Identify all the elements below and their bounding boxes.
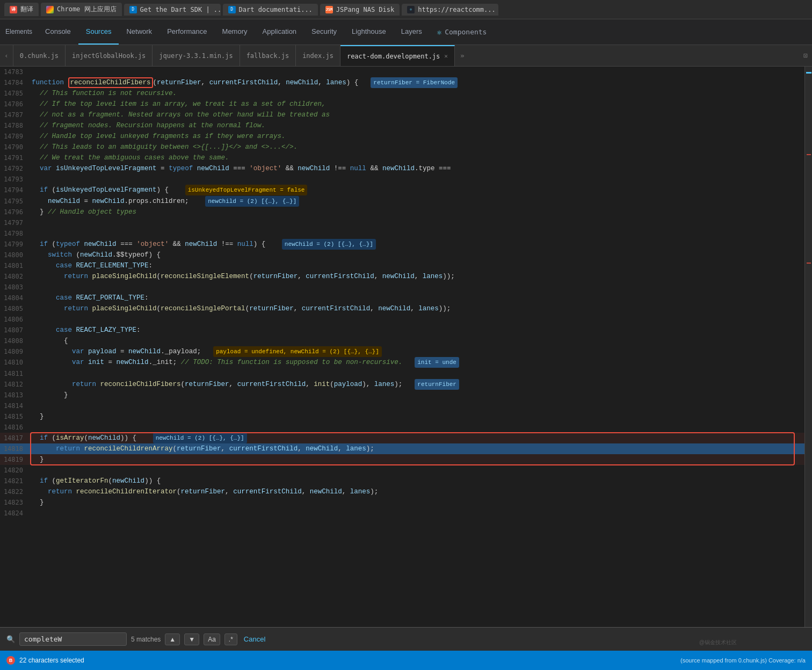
table-row: 14811 — [0, 368, 804, 379]
search-regex-button[interactable]: .* — [224, 633, 237, 645]
table-row: 14819 } — [0, 454, 804, 465]
table-row: 14792 var isUnkeyedTopLevelFragment = ty… — [0, 163, 804, 174]
table-row: 14789 // Handle top level unkeyed fragme… — [0, 131, 804, 142]
browser-tab-react-label: https://reactcomm... — [418, 6, 496, 13]
file-tab-reactdom[interactable]: react-dom.development.js ✕ — [340, 45, 455, 66]
tab-performance[interactable]: Performance — [160, 19, 214, 45]
table-row: 14823 } — [0, 497, 804, 508]
table-row: 14787 // not as a fragment. Nested array… — [0, 110, 804, 120]
search-case-sensitive-button[interactable]: Aa — [204, 633, 220, 645]
browser-tab-dart2[interactable]: D Dart documentati... — [223, 4, 318, 16]
search-bar: 🔍 5 matches ▲ ▼ Aa .* Cancel @锅金技术社区 — [0, 627, 812, 651]
code-lines: 14783 14784 function reconcileChildFiber… — [0, 67, 804, 519]
status-left: B 22 characters selected — [6, 656, 84, 665]
file-tab-chunk[interactable]: 0.chunk.js — [13, 45, 66, 66]
tab-components[interactable]: ⚛ Components — [430, 19, 495, 45]
devtools-nav: Elements Console Sources Network Perform… — [0, 19, 812, 45]
table-row: 14795 newChild = newChild.props.children… — [0, 196, 804, 207]
table-row: 14818 return reconcileChildrenArray(retu… — [0, 443, 804, 454]
file-tab-reactdom-label: react-dom.development.js — [347, 53, 440, 60]
search-match-count: 5 matches — [131, 636, 161, 643]
browser-tab-jsm-label: JSPang NAS Disk — [336, 6, 394, 13]
file-tabs-bar: ‹ 0.chunk.js injectGlobalHook.js jquery-… — [0, 45, 812, 67]
tab-security[interactable]: Security — [304, 19, 344, 45]
minimap-indicator — [807, 263, 811, 264]
table-row: 14790 // This leads to an ambiguity betw… — [0, 142, 804, 152]
code-main[interactable]: 14783 14784 function reconcileChildFiber… — [0, 67, 804, 627]
file-tab-close-icon[interactable]: ✕ — [444, 53, 448, 60]
file-tab-injectglobal[interactable]: injectGlobalHook.js — [66, 45, 153, 66]
table-row: 14784 function reconcileChildFibers(retu… — [0, 77, 804, 88]
table-row: 14824 — [0, 508, 804, 519]
browser-tab-chrome-label: Chrome 网上应用店 — [57, 5, 117, 14]
favicon-dart1: D — [129, 6, 137, 13]
table-row: 14814 — [0, 400, 804, 411]
tab-memory[interactable]: Memory — [215, 19, 255, 45]
file-tab-fallback-label: fallback.js — [247, 52, 289, 60]
search-bar-icon: 🔍 — [6, 635, 15, 643]
status-right: (source mapped from 0.chunk.js) Coverage… — [680, 657, 806, 664]
search-prev-button[interactable]: ▲ — [165, 633, 180, 645]
tab-components-label: Components — [445, 28, 487, 36]
table-row: 14804 case REACT_PORTAL_TYPE: — [0, 293, 804, 303]
table-row: 14813 } — [0, 390, 804, 400]
favicon-chrome — [46, 6, 54, 13]
file-tab-chunk-label: 0.chunk.js — [20, 52, 59, 60]
browser-tab-chrome[interactable]: Chrome 网上应用店 — [41, 3, 122, 16]
file-tab-jquery[interactable]: jquery-3.3.1.min.js — [153, 45, 240, 66]
file-tab-index[interactable]: index.js — [296, 45, 340, 66]
table-row: 14815 } — [0, 411, 804, 422]
tab-layers[interactable]: Layers — [394, 19, 430, 45]
status-selected-text: 22 characters selected — [19, 657, 84, 664]
favicon-cn: 译 — [10, 6, 17, 13]
file-tab-fallback[interactable]: fallback.js — [240, 45, 296, 66]
tab-console[interactable]: Console — [38, 19, 78, 45]
table-row: 14799 if (typeof newChild === 'object' &… — [0, 239, 804, 250]
file-tab-injectglobal-label: injectGlobalHook.js — [72, 52, 146, 60]
browser-tab-cn[interactable]: 译 翻译 — [4, 3, 39, 16]
table-row: 14786 // If the top level item is an arr… — [0, 99, 804, 110]
file-tab-expand[interactable]: ⊡ — [799, 45, 812, 66]
tab-lighthouse[interactable]: Lighthouse — [344, 19, 394, 45]
tab-network[interactable]: Network — [119, 19, 160, 45]
table-row: 14798 — [0, 228, 804, 239]
table-row: 14816 — [0, 422, 804, 433]
minimap-indicator — [807, 154, 811, 155]
table-row: 14802 return placeSingleChild(reconcileS… — [0, 271, 804, 282]
tab-application[interactable]: Application — [255, 19, 305, 45]
file-tab-overflow[interactable]: » — [455, 45, 470, 66]
table-row: 14801 case REACT_ELEMENT_TYPE: — [0, 260, 804, 271]
table-row: 14785 // This function is not recursive. — [0, 88, 804, 99]
table-row: 14788 // fragment nodes. Recursion happe… — [0, 120, 804, 131]
file-tab-prev[interactable]: ‹ — [0, 45, 13, 66]
search-input[interactable] — [19, 632, 127, 646]
search-next-button[interactable]: ▼ — [184, 633, 199, 645]
table-row: 14820 — [0, 465, 804, 476]
browser-tab-cn-label: 翻译 — [20, 5, 33, 14]
table-row: 14803 — [0, 282, 804, 293]
table-row: 14809 var payload = newChild._payload; p… — [0, 346, 804, 357]
vertical-scrollbar[interactable] — [804, 67, 812, 627]
table-row: 14783 — [0, 67, 804, 77]
watermark: @锅金技术社区 — [699, 639, 737, 646]
status-bar: B 22 characters selected (source mapped … — [0, 651, 812, 670]
tab-elements[interactable]: Elements — [0, 19, 38, 45]
table-row: 14793 — [0, 174, 804, 185]
table-row: 14794 if (isUnkeyedTopLevelFragment) { i… — [0, 185, 804, 195]
table-row: 14810 var init = newChild._init; // TODO… — [0, 357, 804, 368]
scrollbar-thumb — [806, 72, 811, 74]
search-cancel-button[interactable]: Cancel — [244, 635, 265, 643]
table-row: 14807 case REACT_LAZY_TYPE: — [0, 325, 804, 336]
favicon-dart2: D — [228, 6, 236, 13]
status-source-map: (source mapped from 0.chunk.js) Coverage… — [680, 657, 806, 664]
table-row: 14797 — [0, 217, 804, 228]
browser-tabs-bar: 译 翻译 Chrome 网上应用店 D Get the Dart SDK | .… — [0, 0, 812, 19]
browser-tab-react[interactable]: ⚛ https://reactcomm... — [402, 4, 498, 16]
browser-tab-dart2-label: Dart documentati... — [239, 6, 313, 13]
tab-sources[interactable]: Sources — [78, 19, 119, 45]
favicon-jsm: JSM — [325, 6, 333, 13]
browser-tab-dart1[interactable]: D Get the Dart SDK | ... — [124, 4, 221, 16]
browser-tab-jsm[interactable]: JSM JSPang NAS Disk — [320, 4, 400, 16]
favicon-react: ⚛ — [407, 6, 415, 13]
table-row: 14812 return reconcileChildFibers(return… — [0, 379, 804, 390]
